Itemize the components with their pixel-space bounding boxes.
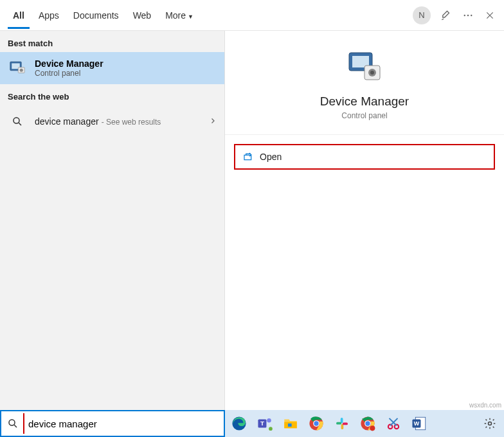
taskbar-apps: T W	[225, 410, 504, 437]
svg-point-24	[314, 421, 318, 425]
filter-tabs: All Apps Documents Web More▼	[8, 3, 413, 28]
search-input[interactable]	[23, 413, 224, 434]
preview-title: Device Manager	[225, 94, 504, 109]
svg-point-32	[370, 425, 375, 431]
svg-point-14	[9, 420, 15, 425]
taskbar-edge-icon[interactable]	[229, 413, 249, 434]
taskbar-explorer-icon[interactable]	[280, 413, 301, 434]
user-avatar[interactable]: N	[413, 6, 431, 24]
device-manager-icon	[8, 58, 27, 78]
tab-more[interactable]: More▼	[160, 3, 199, 28]
svg-text:W: W	[414, 420, 420, 427]
taskbar-search[interactable]	[0, 410, 225, 437]
chevron-right-icon	[209, 116, 217, 127]
taskbar: T W	[0, 410, 504, 437]
more-options-icon[interactable]	[462, 9, 474, 22]
open-button[interactable]: Open	[234, 144, 495, 170]
search-web-label: Search the web	[0, 84, 224, 105]
close-icon[interactable]	[483, 9, 496, 22]
header-actions: N	[413, 6, 496, 24]
tab-all[interactable]: All	[8, 3, 30, 28]
svg-point-19	[269, 427, 273, 431]
svg-rect-21	[288, 424, 292, 427]
device-manager-large-icon	[345, 50, 384, 85]
open-icon	[243, 152, 253, 161]
taskbar-chrome-alt-icon[interactable]	[357, 413, 378, 434]
svg-point-2	[471, 14, 472, 15]
svg-text:T: T	[260, 420, 264, 427]
preview-panel: Device Manager Control panel Open	[225, 31, 504, 410]
best-match-result[interactable]: Device Manager Control panel	[0, 52, 224, 84]
svg-rect-26	[336, 422, 341, 425]
svg-point-38	[489, 422, 492, 425]
web-search-result[interactable]: device manager - See web results	[0, 105, 224, 138]
web-result-query: device manager	[35, 116, 99, 127]
search-header: All Apps Documents Web More▼ N	[0, 0, 504, 31]
taskbar-snip-icon[interactable]	[383, 413, 404, 434]
taskbar-slack-icon[interactable]	[332, 413, 352, 434]
web-result-suffix: - See web results	[102, 118, 161, 127]
svg-point-7	[14, 118, 19, 123]
open-label: Open	[260, 152, 282, 162]
taskbar-chrome-icon[interactable]	[306, 413, 327, 434]
chevron-down-icon: ▼	[188, 13, 194, 20]
svg-point-31	[365, 421, 370, 425]
taskbar-word-icon[interactable]: W	[409, 413, 429, 434]
preview-subtitle: Control panel	[225, 111, 504, 120]
svg-point-6	[20, 69, 23, 72]
tab-documents[interactable]: Documents	[68, 3, 124, 28]
tab-web[interactable]: Web	[128, 3, 157, 28]
svg-rect-28	[343, 423, 348, 425]
taskbar-teams-icon[interactable]: T	[255, 413, 275, 434]
svg-point-18	[267, 418, 271, 423]
feedback-icon[interactable]	[440, 9, 453, 22]
taskbar-settings-icon[interactable]	[480, 413, 500, 434]
result-title: Device Manager	[35, 58, 217, 69]
svg-point-1	[467, 14, 469, 15]
divider	[225, 134, 504, 135]
watermark: wsxdn.com	[469, 402, 501, 409]
results-panel: Best match Device Manager Control panel …	[0, 31, 225, 410]
search-body: Best match Device Manager Control panel …	[0, 31, 504, 410]
tab-apps[interactable]: Apps	[33, 3, 64, 28]
svg-point-12	[370, 71, 374, 75]
best-match-label: Best match	[0, 31, 224, 52]
search-icon	[1, 418, 24, 429]
search-icon	[8, 112, 27, 131]
svg-point-0	[464, 14, 465, 15]
result-subtitle: Control panel	[35, 69, 217, 78]
